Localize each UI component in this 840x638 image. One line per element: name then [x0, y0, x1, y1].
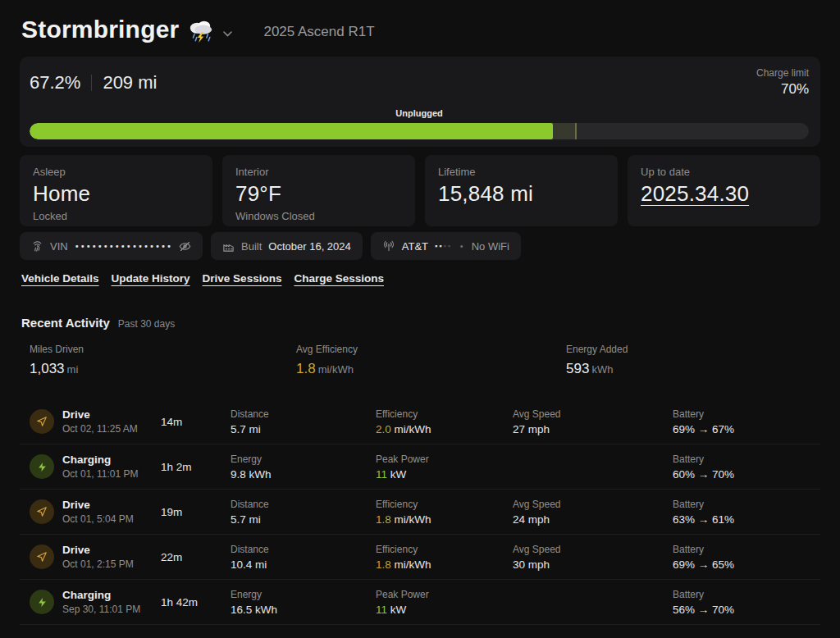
carrier-name: AT&T: [402, 240, 428, 253]
stat-label: Lifetime: [438, 166, 605, 178]
stat-value: 15,848 mi: [438, 181, 605, 207]
session-duration: 1h 2m: [161, 461, 231, 473]
charge-limit-marker: [575, 123, 577, 139]
summary-energy-added: Energy Added 593kWh: [566, 344, 820, 377]
session-type: Charging: [62, 589, 161, 601]
stat-label: Up to date: [641, 166, 807, 178]
session-timestamp: Oct 01, 11:01 PM: [62, 468, 161, 480]
session-type: Charging: [62, 453, 161, 466]
stat-value: Home: [33, 181, 199, 207]
battery-progress-fill: [30, 123, 553, 139]
session-col-avg-speed: Avg Speed 27 mph: [513, 408, 673, 435]
session-list: Drive Oct 02, 11:25 AM 14m Distance 5.7 …: [20, 399, 820, 625]
battery-progress-bar[interactable]: [30, 123, 809, 139]
dot-separator: •: [460, 241, 463, 251]
battery-range: 209 mi: [103, 72, 157, 93]
session-col-empty: [513, 465, 673, 468]
link-vehicle-details[interactable]: Vehicle Details: [21, 272, 99, 285]
charge-limit: Charge limit 70%: [756, 67, 809, 98]
stat-cards: Asleep Home Locked Interior 79°F Windows…: [20, 155, 820, 226]
summary-miles-driven: Miles Driven 1,033mi: [30, 344, 296, 377]
built-label: Built: [241, 240, 262, 253]
vin-masked-value: •••••••••••••••••: [75, 242, 172, 251]
activity-summary: Miles Driven 1,033mi Avg Efficiency 1.8m…: [20, 344, 820, 377]
session-duration: 14m: [161, 416, 231, 428]
session-col-peak-power: Peak Power 11 kW: [376, 453, 513, 481]
charging-bolt-icon: [30, 454, 54, 479]
summary-avg-efficiency: Avg Efficiency 1.8mi/kWh: [296, 344, 566, 377]
session-col-avg-speed: Avg Speed 30 mph: [513, 544, 673, 571]
software-version-link[interactable]: 2025.34.30: [641, 181, 749, 206]
vehicle-model-subtitle: 2025 Ascend R1T: [263, 24, 374, 40]
session-duration: 19m: [161, 506, 231, 518]
battery-card: 67.2% 209 mi Charge limit 70% Unplugged: [20, 57, 820, 147]
session-type: Drive: [62, 499, 161, 511]
session-col-empty: [513, 600, 673, 604]
session-col-efficiency: Efficiency 1.8 mi/kWh: [376, 544, 513, 571]
session-col-efficiency: Efficiency 2.0 mi/kWh: [376, 408, 513, 435]
charge-limit-label: Charge limit: [756, 67, 809, 79]
vehicle-selector-chevron-down-icon[interactable]: [223, 31, 232, 37]
drive-navigation-icon: [30, 545, 54, 569]
session-timestamp: Sep 30, 11:01 PM: [62, 604, 161, 615]
built-chip: Built October 16, 2024: [211, 232, 363, 260]
session-col-energy: Energy 16.5 kWh: [231, 589, 376, 616]
session-col-battery: Battery 56% → 70%: [673, 589, 820, 616]
summary-value: 1,033: [30, 361, 65, 376]
app-header: Stormbringer 2025 Ascend R1T: [0, 0, 840, 48]
storm-emoji-icon: [187, 19, 215, 43]
session-timestamp: Oct 01, 5:04 PM: [62, 513, 161, 525]
drive-navigation-icon: [30, 499, 54, 524]
stat-card-lifetime: Lifetime 15,848 mi: [425, 155, 618, 226]
summary-label: Miles Driven: [30, 344, 296, 355]
session-type: Drive: [62, 544, 161, 556]
session-col-distance: Distance 5.7 mi: [231, 408, 376, 435]
plug-status: Unplugged: [30, 108, 809, 118]
divider: [91, 75, 92, 91]
wifi-status: No WiFi: [472, 240, 509, 253]
link-update-history[interactable]: Update History: [112, 272, 190, 285]
connectivity-chip: AT&T ▪▪▪▪ • No WiFi: [371, 232, 521, 260]
vehicle-name: Stormbringer: [21, 16, 179, 43]
vin-chip[interactable]: VIN •••••••••••••••••: [20, 232, 203, 260]
stat-label: Asleep: [33, 166, 199, 178]
session-col-peak-power: Peak Power 11 kW: [376, 589, 513, 616]
summary-value: 1.8: [296, 361, 316, 376]
session-row-drive[interactable]: Drive Oct 01, 5:04 PM 19m Distance 5.7 m…: [20, 490, 820, 535]
session-row-charging[interactable]: Charging Sep 30, 11:01 PM 1h 42m Energy …: [20, 580, 820, 625]
session-col-energy: Energy 9.8 kWh: [231, 453, 376, 481]
stat-card-interior: Interior 79°F Windows Closed: [222, 155, 415, 226]
link-drive-sessions[interactable]: Drive Sessions: [203, 272, 282, 285]
session-col-efficiency: Efficiency 1.8 mi/kWh: [376, 499, 513, 526]
vin-label: VIN: [50, 240, 68, 253]
stat-card-state: Asleep Home Locked: [20, 155, 212, 226]
summary-unit: kWh: [591, 363, 613, 376]
session-row-drive[interactable]: Drive Oct 01, 2:15 PM 22m Distance 10.4 …: [20, 535, 820, 580]
stat-sub: Windows Closed: [235, 210, 402, 222]
link-charge-sessions[interactable]: Charge Sessions: [294, 272, 384, 285]
session-timestamp: Oct 02, 11:25 AM: [62, 423, 161, 435]
fingerprint-icon: [31, 240, 43, 253]
signal-bars: ▪▪▪▪: [435, 242, 452, 250]
battery-percent: 67.2%: [30, 72, 80, 93]
stat-label: Interior: [235, 166, 402, 178]
summary-unit: mi: [67, 363, 79, 376]
summary-label: Avg Efficiency: [296, 344, 566, 355]
session-col-distance: Distance 10.4 mi: [231, 544, 376, 571]
session-type: Drive: [62, 408, 161, 421]
summary-label: Energy Added: [566, 344, 820, 355]
session-duration: 22m: [161, 551, 231, 563]
factory-icon: [222, 240, 235, 253]
session-col-battery: Battery 60% → 70%: [673, 453, 820, 481]
section-title: Recent Activity: [21, 316, 110, 330]
stat-card-software: Up to date 2025.34.30: [628, 155, 820, 226]
antenna-signal-icon: [382, 240, 395, 253]
section-subtitle: Past 30 days: [118, 318, 175, 330]
session-duration: 1h 42m: [161, 596, 231, 608]
session-row-drive[interactable]: Drive Oct 02, 11:25 AM 14m Distance 5.7 …: [20, 399, 820, 444]
session-row-charging[interactable]: Charging Oct 01, 11:01 PM 1h 2m Energy 9…: [20, 444, 820, 490]
summary-value: 593: [566, 361, 589, 376]
eye-off-icon[interactable]: [179, 240, 191, 253]
drive-navigation-icon: [30, 409, 54, 434]
recent-activity-header: Recent Activity Past 30 days: [21, 316, 820, 330]
